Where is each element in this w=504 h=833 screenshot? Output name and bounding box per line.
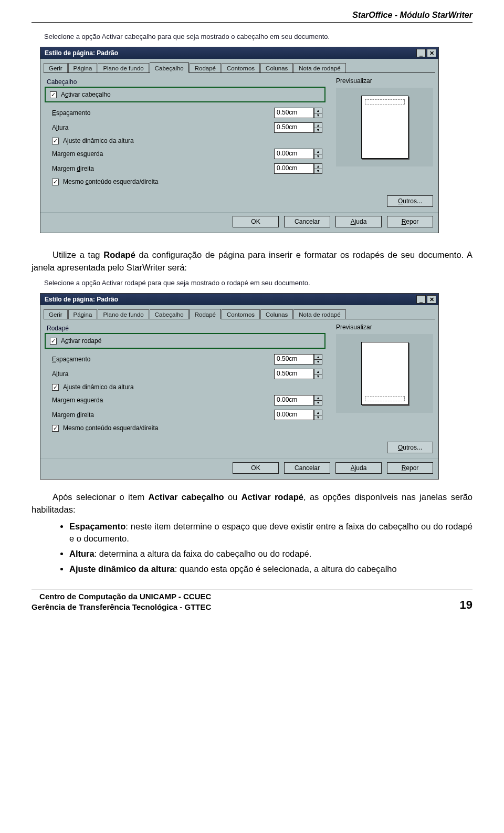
dynamic-label: Ajuste dinâmico da altura xyxy=(63,383,322,391)
dynamic-label: Ajuste dinâmico da altura xyxy=(63,137,322,144)
minimize-button[interactable]: ‗ xyxy=(416,49,426,57)
margin-left-value[interactable]: 0.00cm xyxy=(274,149,314,159)
spacing-label: Espaçamento xyxy=(52,109,270,117)
spacing-label: Espaçamento xyxy=(52,356,270,363)
tab-gerir[interactable]: Gerir xyxy=(44,63,68,72)
others-button[interactable]: Outros... xyxy=(387,195,433,207)
same-content-label: Mesmo conteúdo esquerda/direita xyxy=(63,424,322,432)
reset-button[interactable]: Repor xyxy=(387,462,433,474)
spacing-spinner[interactable]: 0.50cm ▲▼ xyxy=(274,108,322,118)
preview-page xyxy=(361,96,408,159)
page-header: StarOffice - Módulo StarWriter xyxy=(32,11,472,23)
spin-up-icon[interactable]: ▲ xyxy=(314,122,322,128)
others-button[interactable]: Outros... xyxy=(387,442,433,453)
spin-up-icon[interactable]: ▲ xyxy=(314,354,322,360)
height-spinner[interactable]: 0.50cm ▲▼ xyxy=(274,369,322,379)
tab-rodape[interactable]: Rodapé xyxy=(190,63,221,72)
spin-down-icon[interactable]: ▼ xyxy=(314,169,322,174)
spin-up-icon[interactable]: ▲ xyxy=(314,395,322,401)
tip-cabecalho: Selecione a opção Activar cabeçalho para… xyxy=(44,32,472,41)
cancel-button[interactable]: Cancelar xyxy=(284,462,330,474)
cancel-button[interactable]: Cancelar xyxy=(284,216,330,227)
margin-right-label: Margem direita xyxy=(52,165,270,172)
height-value[interactable]: 0.50cm xyxy=(274,122,314,133)
margin-right-spinner[interactable]: 0.00cm ▲▼ xyxy=(274,163,322,174)
spacing-spinner[interactable]: 0.50cm ▲▼ xyxy=(274,354,322,365)
spin-down-icon[interactable]: ▼ xyxy=(314,415,322,421)
tip-rodape: Selecione a opção Activar rodapé para qu… xyxy=(44,278,472,288)
tab-plano-fundo[interactable]: Plano de fundo xyxy=(98,309,149,319)
activate-label: Activar cabeçalho xyxy=(61,91,320,98)
spacing-value[interactable]: 0.50cm xyxy=(274,354,314,365)
title-text: Estilo de página: Padrão xyxy=(45,296,118,303)
spin-up-icon[interactable]: ▲ xyxy=(314,163,322,169)
spin-up-icon[interactable]: ▲ xyxy=(314,108,322,113)
tab-nota-rodape[interactable]: Nota de rodapé xyxy=(293,63,345,72)
titlebar: Estilo de página: Padrão ‗ ✕ xyxy=(40,47,438,59)
reset-button[interactable]: Repor xyxy=(387,216,433,227)
close-button[interactable]: ✕ xyxy=(427,295,436,304)
tabrow: Gerir Página Plano de fundo Cabeçalho Ro… xyxy=(44,308,435,319)
margin-left-spinner[interactable]: 0.00cm ▲▼ xyxy=(274,149,322,159)
spin-up-icon[interactable]: ▲ xyxy=(314,369,322,374)
spin-down-icon[interactable]: ▼ xyxy=(314,154,322,160)
dynamic-checkbox[interactable] xyxy=(52,384,59,391)
title-text: Estilo de página: Padrão xyxy=(45,49,118,57)
activate-checkbox[interactable] xyxy=(50,91,57,98)
minimize-button[interactable]: ‗ xyxy=(416,295,426,304)
tab-plano-fundo[interactable]: Plano de fundo xyxy=(98,63,149,72)
help-button[interactable]: Ajuda xyxy=(335,216,382,227)
same-content-checkbox[interactable] xyxy=(52,179,59,185)
options-list: Espaçamento: neste item determine o espa… xyxy=(32,520,472,575)
margin-right-value[interactable]: 0.00cm xyxy=(274,410,314,420)
spin-down-icon[interactable]: ▼ xyxy=(314,360,322,365)
tab-contornos[interactable]: Contornos xyxy=(222,63,260,72)
spin-down-icon[interactable]: ▼ xyxy=(314,113,322,119)
margin-right-value[interactable]: 0.00cm xyxy=(274,163,314,174)
activate-highlight: Activar rodapé Activar rodapé xyxy=(45,333,326,349)
dynamic-checkbox[interactable] xyxy=(52,138,59,144)
tab-colunas[interactable]: Colunas xyxy=(260,63,293,72)
help-button[interactable]: Ajuda xyxy=(335,462,382,474)
height-label: Altura xyxy=(52,124,270,131)
titlebar: Estilo de página: Padrão ‗ ✕ xyxy=(40,294,438,305)
same-content-checkbox[interactable] xyxy=(52,425,59,432)
tab-cabecalho[interactable]: Cabeçalho xyxy=(150,63,189,73)
list-item: Espaçamento: neste item determine o espa… xyxy=(69,520,472,545)
tab-colunas[interactable]: Colunas xyxy=(260,309,293,319)
dialog-rodape: Estilo de página: Padrão ‗ ✕ Gerir Págin… xyxy=(40,293,439,480)
preview-label: Previsualizar xyxy=(336,324,433,331)
height-spinner[interactable]: 0.50cm ▲▼ xyxy=(274,122,322,133)
margin-right-spinner[interactable]: 0.00cm ▲▼ xyxy=(274,410,322,420)
paragraph-pos-selecao: Após selecionar o item Activar cabeçalho… xyxy=(32,491,472,516)
preview-label: Previsualizar xyxy=(336,77,433,85)
spin-down-icon[interactable]: ▼ xyxy=(314,374,322,380)
tab-pagina[interactable]: Página xyxy=(68,309,98,319)
spacing-value[interactable]: 0.50cm xyxy=(274,108,314,118)
ok-button[interactable]: OK xyxy=(233,462,279,474)
page-number: 19 xyxy=(460,598,472,612)
spin-down-icon[interactable]: ▼ xyxy=(314,401,322,406)
close-button[interactable]: ✕ xyxy=(427,49,436,57)
tab-pagina[interactable]: Página xyxy=(68,63,98,72)
margin-left-label: Margem esquerda xyxy=(52,397,270,404)
margin-left-label: Margem esquerda xyxy=(52,150,270,158)
dialog-cabecalho: Estilo de página: Padrão ‗ ✕ Gerir Págin… xyxy=(40,47,439,233)
margin-left-value[interactable]: 0.00cm xyxy=(274,395,314,405)
page-footer: Centro de Computação da UNICAMP - CCUEC … xyxy=(32,589,472,612)
tab-rodape[interactable]: Rodapé xyxy=(190,309,221,319)
tab-nota-rodape[interactable]: Nota de rodapé xyxy=(293,309,345,319)
tab-cabecalho[interactable]: Cabeçalho xyxy=(150,309,189,319)
tab-gerir[interactable]: Gerir xyxy=(44,309,68,319)
activate-checkbox[interactable] xyxy=(50,338,57,345)
height-value[interactable]: 0.50cm xyxy=(274,369,314,379)
activate-highlight: Activar cabeçalho Activar cabeçalho xyxy=(45,87,326,102)
spin-up-icon[interactable]: ▲ xyxy=(314,410,322,415)
preview-page xyxy=(361,342,408,405)
group-label: Cabeçalho xyxy=(47,78,324,86)
margin-left-spinner[interactable]: 0.00cm ▲▼ xyxy=(274,395,322,405)
spin-down-icon[interactable]: ▼ xyxy=(314,128,322,133)
tab-contornos[interactable]: Contornos xyxy=(222,309,260,319)
ok-button[interactable]: OK xyxy=(233,216,279,227)
spin-up-icon[interactable]: ▲ xyxy=(314,149,322,154)
